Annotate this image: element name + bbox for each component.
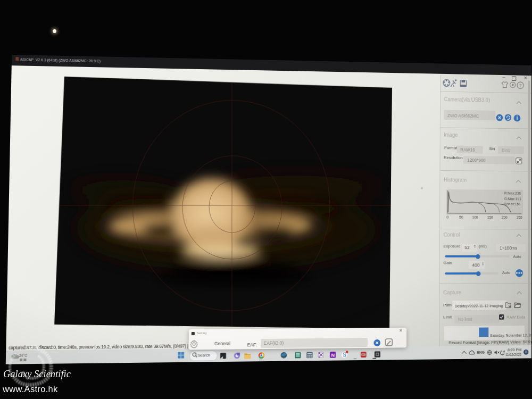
svg-text:ASI: ASI (362, 354, 365, 356)
svg-text:?: ? (519, 83, 522, 88)
svg-text:N: N (331, 352, 335, 358)
svg-text:B:Max:151: B:Max:151 (504, 203, 521, 207)
svg-text:G:Max:191: G:Max:191 (504, 197, 521, 202)
svg-text:S: S (343, 352, 346, 358)
svg-text:Galaxy Scientific: Galaxy Scientific (3, 369, 71, 379)
svg-text:www.Astro.hk: www.Astro.hk (2, 384, 58, 394)
svg-text:R:Max:236: R:Max:236 (504, 192, 521, 196)
